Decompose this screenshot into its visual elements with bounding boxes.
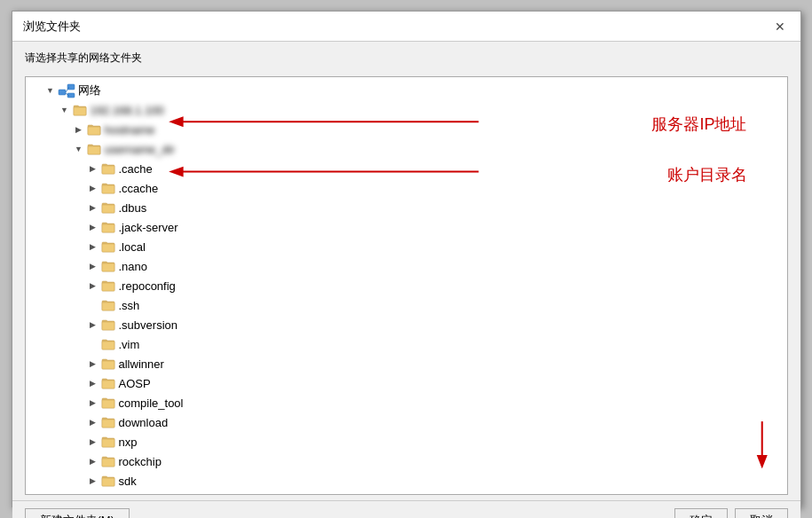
network-label: 网络 [78,82,101,98]
tree-item-rockchip[interactable]: rockchip [26,451,787,471]
chevron-right-icon [86,279,100,293]
svg-rect-20 [102,400,114,408]
tree-item-compile-tool[interactable]: compile_tool [26,393,787,412]
chevron-right-icon [86,357,100,371]
tree-item-subversion[interactable]: .subversion [26,315,787,334]
chevron-down-icon [72,142,86,156]
tree-item-nano[interactable]: .nano [26,256,787,276]
tree-item-server[interactable]: 192.168.1.100 [26,100,787,120]
folder-label: nxp [119,436,138,449]
folder-icon [86,122,102,137]
folder-icon [72,103,88,117]
tree-item-nxp[interactable]: nxp [26,432,787,451]
dialog-title: 浏览文件夹 [23,19,81,35]
folder-label: .repoconfig [119,279,176,293]
title-bar: 浏览文件夹 ✕ [12,12,800,42]
tree-item-network[interactable]: 网络 [26,81,787,100]
tree-item-vim[interactable]: .vim [26,334,787,354]
tree-item-ssh[interactable]: .ssh [26,295,787,315]
folder-icon [100,181,116,195]
chevron-right-icon [86,376,100,390]
folder-label: sdk [119,475,137,488]
network-icon [58,82,75,98]
folder-icon [100,259,116,273]
folder-label: .subversion [119,318,177,332]
svg-rect-24 [102,478,114,486]
close-button[interactable]: ✕ [770,17,790,36]
svg-rect-19 [102,381,114,388]
tree-item-local[interactable]: .local [26,237,787,256]
cancel-button[interactable]: 取消 [735,508,788,518]
tree-item-repoconfig[interactable]: .repoconfig [26,276,787,295]
chevron-right-icon [86,259,100,273]
tree-item-jack-server[interactable]: .jack-server [26,217,787,237]
folder-icon [100,239,116,254]
folder-icon [100,200,116,215]
svg-rect-14 [102,283,114,291]
chevron-right-icon [86,474,100,488]
svg-rect-18 [102,361,114,369]
dialog-subtitle: 请选择共享的网络文件夹 [12,42,800,71]
folder-icon [100,454,116,468]
svg-rect-9 [102,185,114,193]
folder-label: .cache [119,162,153,176]
svg-rect-17 [102,341,114,349]
folder-label: .vim [119,338,140,351]
tree-item-sdk[interactable]: sdk [26,471,787,491]
svg-rect-22 [102,439,114,447]
svg-rect-15 [102,302,114,310]
folder-label: .nano [119,260,148,273]
svg-rect-13 [102,263,114,271]
chevron-right-icon [86,200,100,215]
chevron-down-icon [43,83,58,98]
tree-item-allwinner[interactable]: allwinner [26,354,787,373]
folder-label: AOSP [119,377,151,390]
folder-label: download [119,416,169,429]
folder-tree[interactable]: 网络 192.168.1.100 [25,76,788,495]
folder-open-icon [86,142,102,156]
tree-item-sub-server[interactable]: hostname [26,120,787,139]
folder-icon [100,161,116,176]
folder-label: rockchip [119,455,162,468]
tree-item-download[interactable]: download [26,412,787,432]
folder-label: .dbus [119,201,147,215]
folder-icon [100,415,116,429]
svg-rect-6 [88,127,100,135]
chevron-right-icon [72,122,86,137]
chevron-right-icon [86,318,100,332]
folder-icon [100,396,116,410]
tree-item-dbus[interactable]: .dbus [26,198,787,217]
svg-rect-8 [102,166,114,174]
tree-item-account[interactable]: username_dir [26,139,787,159]
chevron-right-icon [86,454,100,468]
svg-rect-21 [102,420,114,428]
chevron-right-icon [86,435,100,449]
tree-item-aosp[interactable]: AOSP [26,373,787,393]
folder-icon [100,357,116,371]
content-area: 网络 192.168.1.100 [12,71,800,500]
folder-icon [100,279,116,293]
folder-icon [100,474,116,488]
new-folder-button[interactable]: 新建文件夹(M) [25,508,130,518]
account-dir-label: username_dir [105,143,176,156]
svg-rect-23 [102,459,114,467]
tree-item-ccache[interactable]: .ccache [26,178,787,198]
chevron-right-icon [86,239,100,254]
chevron-right-icon [86,161,100,176]
folder-label: .jack-server [119,221,178,234]
tree-item-cache[interactable]: .cache [26,159,787,178]
ok-button[interactable]: 确定 [674,508,728,518]
chevron-right-icon [86,181,100,195]
browse-folder-dialog: 浏览文件夹 ✕ 请选择共享的网络文件夹 网络 [12,11,801,507]
svg-rect-7 [88,146,100,154]
folder-icon [100,318,116,332]
folder-label: .local [119,240,146,254]
dialog-footer: 新建文件夹(M) 确定 取消 [12,500,800,518]
chevron-down-icon [58,103,72,117]
svg-rect-0 [59,90,66,95]
confirm-cancel-group: 确定 取消 [674,508,788,518]
svg-rect-12 [102,244,114,252]
folder-icon [100,435,116,449]
chevron-right-icon [86,220,100,234]
sub-server-label: hostname [105,123,155,137]
